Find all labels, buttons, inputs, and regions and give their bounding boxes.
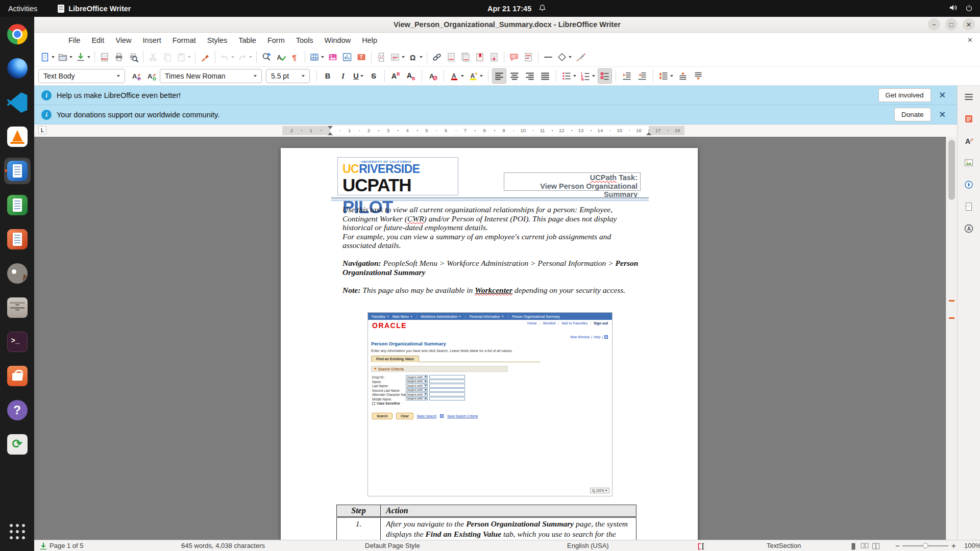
zoom-out-icon[interactable]: − xyxy=(895,542,899,549)
maximize-button[interactable]: □ xyxy=(945,18,958,31)
chrome-icon[interactable] xyxy=(4,21,31,47)
menu-form[interactable]: Form xyxy=(262,34,290,47)
update-style-button[interactable]: As xyxy=(129,68,143,84)
insert-table-button[interactable] xyxy=(308,49,326,65)
superscript-button[interactable]: AB xyxy=(388,68,403,84)
insert-endnote-button[interactable] xyxy=(458,49,473,65)
sidebar-page-icon[interactable] xyxy=(962,201,976,215)
menu-tools[interactable]: Tools xyxy=(290,34,319,47)
open-file-button[interactable] xyxy=(56,49,74,65)
menu-help[interactable]: Help xyxy=(356,34,383,47)
track-changes-button[interactable] xyxy=(521,49,535,65)
bold-button[interactable]: B xyxy=(321,68,335,84)
highlighting-color-button[interactable]: A xyxy=(467,68,484,84)
save-button[interactable] xyxy=(74,49,92,65)
focused-app-menu[interactable]: LibreOffice Writer xyxy=(58,5,131,13)
export-as-pdf-button[interactable]: PDF xyxy=(97,49,112,65)
get-involved-button[interactable]: Get involved xyxy=(878,88,931,102)
subscript-button[interactable]: AB xyxy=(404,68,418,84)
save-status-icon[interactable] xyxy=(38,541,48,551)
font-color-button[interactable]: A xyxy=(448,68,465,84)
insert-page-break-button[interactable] xyxy=(374,49,388,65)
align-center-button[interactable] xyxy=(507,68,522,84)
activities-button[interactable]: Activities xyxy=(8,5,37,13)
menu-view[interactable]: View xyxy=(110,34,137,47)
clone-formatting-button[interactable] xyxy=(198,49,212,65)
decrease-indent-button[interactable] xyxy=(635,68,649,84)
menu-file[interactable]: File xyxy=(63,34,86,47)
breadcrumb-item[interactable]: Personal Information xyxy=(470,315,504,318)
minimize-button[interactable]: − xyxy=(928,18,940,31)
line-spacing-button[interactable] xyxy=(657,68,675,84)
insert-special-character-button[interactable]: Ω xyxy=(406,49,424,65)
close-infobar-icon[interactable]: ✕ xyxy=(939,90,946,100)
insert-footnote-button[interactable] xyxy=(444,49,458,65)
menu-window[interactable]: Window xyxy=(319,34,357,47)
show-draw-functions-button[interactable] xyxy=(573,49,587,65)
software-updater-icon[interactable] xyxy=(4,431,31,458)
breadcrumb-item[interactable]: Main Menu xyxy=(393,315,412,318)
page-count-label[interactable]: Page 1 of 5 xyxy=(50,542,84,549)
show-apps-icon[interactable] xyxy=(4,518,31,545)
breadcrumb-item[interactable]: Person Organizational Summary xyxy=(512,315,560,318)
vertical-scrollbar[interactable] xyxy=(946,137,957,540)
close-infobar-icon[interactable]: ✕ xyxy=(939,110,946,119)
calc-icon[interactable] xyxy=(4,192,31,218)
breadcrumb-item[interactable]: Workforce Administration xyxy=(421,315,461,318)
sidebar-accessibility-check-icon[interactable]: A xyxy=(962,222,976,237)
close-document-icon[interactable]: ✕ xyxy=(967,36,973,44)
font-name-select[interactable]: Times New Roman xyxy=(160,69,262,83)
cut-button[interactable] xyxy=(146,49,160,65)
clock-menu[interactable]: Apr 21 17:45 xyxy=(487,4,546,13)
zoom-in-icon[interactable]: + xyxy=(951,542,955,549)
window-titlebar[interactable]: View_Person_Organizational_Summary.docx … xyxy=(34,17,980,33)
insert-text-box-button[interactable]: T xyxy=(354,49,369,65)
menu-edit[interactable]: Edit xyxy=(86,34,110,47)
selection-mode-icon[interactable] xyxy=(696,541,706,551)
redo-button[interactable] xyxy=(236,49,254,65)
menu-insert[interactable]: Insert xyxy=(137,34,167,47)
sidebar-navigator-icon[interactable] xyxy=(962,179,976,193)
copy-button[interactable] xyxy=(160,49,175,65)
insert-horizontal-line-button[interactable] xyxy=(541,49,555,65)
menu-format[interactable]: Format xyxy=(167,34,202,47)
firefox-icon[interactable] xyxy=(4,55,31,82)
insert-cross-reference-button[interactable] xyxy=(487,49,501,65)
insert-bookmark-button[interactable] xyxy=(473,49,487,65)
insert-image-button[interactable] xyxy=(326,49,340,65)
menu-table[interactable]: Table xyxy=(233,34,262,47)
unordered-list-button[interactable] xyxy=(560,68,578,84)
new-style-button[interactable]: A xyxy=(144,68,159,84)
multi-page-view-icon[interactable] xyxy=(860,541,870,551)
system-status-menu[interactable] xyxy=(949,4,973,13)
gimp-icon[interactable] xyxy=(4,260,31,287)
document-page[interactable]: UNIVERSITY OF CALIFORNIA UCRIVERSIDE UCP… xyxy=(281,148,698,540)
files-icon[interactable] xyxy=(4,294,31,321)
vlc-icon[interactable] xyxy=(4,123,31,150)
terminal-icon[interactable] xyxy=(4,329,31,355)
breadcrumb-item[interactable]: Favorites xyxy=(372,315,389,318)
justified-button[interactable] xyxy=(538,68,552,84)
donate-button[interactable]: Donate xyxy=(894,108,931,121)
clear-direct-formatting-button[interactable]: A xyxy=(426,68,440,84)
page-style-label[interactable]: Default Page Style xyxy=(365,542,420,549)
decrease-paragraph-spacing-button[interactable] xyxy=(691,68,705,84)
paragraph-style-select[interactable]: Text Body xyxy=(38,69,125,83)
software-center-icon[interactable] xyxy=(4,363,31,389)
print-button[interactable] xyxy=(112,49,126,65)
tab-stop-selector[interactable]: L xyxy=(38,126,46,134)
new-document-button[interactable] xyxy=(38,49,56,65)
strikethrough-button[interactable]: S xyxy=(366,68,381,84)
increase-indent-button[interactable] xyxy=(620,68,634,84)
sidebar-gallery-icon[interactable] xyxy=(962,157,976,171)
language-label[interactable]: English (USA) xyxy=(567,542,609,549)
basic-shapes-button[interactable] xyxy=(555,49,573,65)
single-page-view-icon[interactable] xyxy=(848,541,859,551)
paste-button[interactable] xyxy=(175,49,192,65)
formatting-marks-button[interactable]: ¶ xyxy=(288,49,302,65)
vscode-icon[interactable] xyxy=(4,89,31,116)
help-icon[interactable] xyxy=(4,397,31,423)
zoom-slider-thumb[interactable] xyxy=(923,543,928,548)
sidebar-styles-icon[interactable]: A xyxy=(962,135,976,149)
no-list-button[interactable] xyxy=(598,68,612,84)
